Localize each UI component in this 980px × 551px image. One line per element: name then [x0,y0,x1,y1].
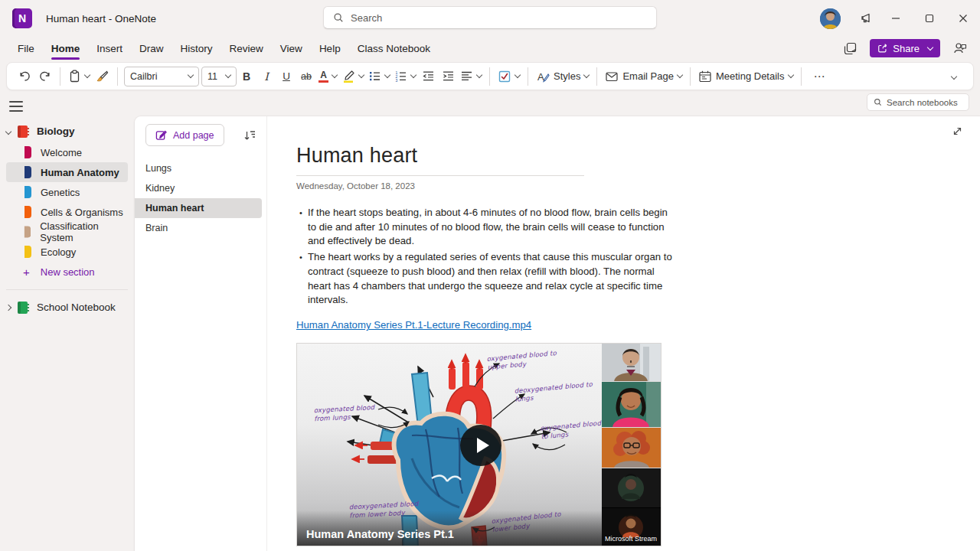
chevron-down-icon [410,72,416,78]
section-tab-icon [23,186,31,198]
font-size-select[interactable]: 11 [201,67,237,86]
italic-button[interactable]: I [256,66,276,87]
bold-button[interactable]: B [237,66,256,87]
menu-home[interactable]: Home [43,40,89,57]
maximize-button[interactable] [913,0,946,37]
search-icon [874,98,882,106]
pages-panel: Add page Lungs Kidney Human heart Brain [135,116,267,551]
notebook-name: Biology [37,126,75,137]
bullet-item[interactable]: If the heart stops beating, in about 4-6… [308,206,673,249]
sidebar-divider [6,289,128,290]
title-underline [296,175,584,176]
page-list: Lungs Kidney Human heart Brain [135,158,266,238]
minimize-button[interactable] [879,0,913,37]
compose-icon [155,129,167,141]
styles-button[interactable]: A Styles [534,66,591,87]
sidebar-section-ecology[interactable]: Ecology [6,242,128,262]
page-editor[interactable]: Human heart Wednesday, October 18, 2023 … [267,116,980,551]
todo-tag-button[interactable] [495,66,522,87]
envelope-icon [605,70,619,83]
recording-link[interactable]: Human Anatomy Series Pt.1-Lecture Record… [296,319,531,331]
redo-button[interactable] [34,66,54,87]
outdent-icon [422,70,435,83]
play-button[interactable] [460,425,501,466]
page-item-brain[interactable]: Brain [135,218,262,238]
sidebar-section-classification-system[interactable]: Classification System [6,222,128,242]
menu-view[interactable]: View [272,40,311,57]
chevron-down-icon [332,72,338,78]
close-button[interactable] [946,0,980,37]
titlebar: N Human heart - OneNote Search [0,0,980,37]
meeting-details-button[interactable]: Meeting Details [696,66,795,87]
chevron-down-icon [84,72,90,78]
email-page-label: Email Page [622,70,673,82]
new-section-button[interactable]: + New section [0,262,134,282]
menu-history[interactable]: History [172,40,221,57]
font-size-value: 11 [207,71,217,82]
expand-page-icon[interactable] [952,126,963,137]
search-notebooks-input[interactable]: Search notebooks [867,93,969,111]
menu-insert[interactable]: Insert [88,40,131,57]
sidebar-section-genetics[interactable]: Genetics [6,182,128,202]
chevron-down-icon [384,72,390,78]
chevron-down-icon [583,72,590,78]
menu-draw[interactable]: Draw [131,40,172,57]
font-color-button[interactable]: A [316,66,339,87]
sidebar-section-welcome[interactable]: Welcome [6,142,128,162]
styles-icon: A [536,70,550,83]
email-page-button[interactable]: Email Page [603,66,684,87]
chevron-down-icon [951,73,957,79]
sort-pages-button[interactable] [243,129,256,142]
sidebar-section-cells-organisms[interactable]: Cells & Organisms [6,202,128,222]
highlight-button[interactable] [339,66,366,87]
menu-review[interactable]: Review [221,40,272,57]
bullet-item[interactable]: The heart works by a regulated series of… [308,250,673,308]
more-options-button[interactable]: ⋯ [807,66,834,87]
chevron-down-icon [188,72,194,78]
strikethrough-button[interactable]: ab [296,66,316,87]
format-painter-button[interactable] [92,66,112,87]
sidebar-section-human-anatomy[interactable]: Human Anatomy [6,162,128,182]
contacts-chat-icon[interactable] [948,36,972,60]
undo-button[interactable] [15,66,34,87]
page-item-human-heart[interactable]: Human heart [135,198,262,218]
alignment-button[interactable] [458,66,484,87]
chevron-down-icon [677,72,683,78]
feedback-megaphone-icon[interactable] [854,6,879,31]
search-input[interactable]: Search [323,6,657,29]
chevron-down-icon [225,72,231,78]
calendar-icon [698,70,712,83]
highlighter-icon [341,70,355,83]
sticky-notes-icon[interactable] [838,36,862,60]
notebook-icon [15,300,31,315]
notebook-biology[interactable]: Biology [0,120,134,142]
clipboard-icon [68,70,81,83]
svg-text:A: A [537,71,544,83]
menu-class-notebook[interactable]: Class Notebook [349,40,439,57]
bulleted-list-button[interactable] [366,66,392,87]
share-button[interactable]: Share [870,39,940,57]
font-name-select[interactable]: Cailbri [124,67,199,86]
align-left-icon [460,70,473,83]
video-player[interactable]: oxygenated blood to upper body deoxygena… [296,343,662,546]
decrease-indent-button[interactable] [418,66,438,87]
collapse-ribbon-button[interactable] [946,66,965,87]
add-page-button[interactable]: Add page [145,124,224,146]
numbered-list-button[interactable]: 1 2 3 [392,66,418,87]
sort-icon [243,129,256,142]
notebook-school-notebook[interactable]: School Notebook [0,296,134,318]
account-avatar[interactable] [820,8,841,29]
menu-help[interactable]: Help [311,40,349,57]
page-item-kidney[interactable]: Kidney [135,178,262,198]
increase-indent-button[interactable] [438,66,458,87]
search-placeholder: Search [351,12,382,24]
page-date: Wednesday, October 18, 2023 [296,181,980,191]
page-item-lungs[interactable]: Lungs [135,158,262,178]
page-title[interactable]: Human heart [296,144,980,168]
plus-icon: + [23,266,30,279]
underline-button[interactable]: U [276,66,296,87]
menu-file[interactable]: File [9,40,43,57]
paste-button[interactable] [66,66,92,87]
meeting-details-label: Meeting Details [716,70,785,82]
navigation-menu-button[interactable] [8,98,24,112]
